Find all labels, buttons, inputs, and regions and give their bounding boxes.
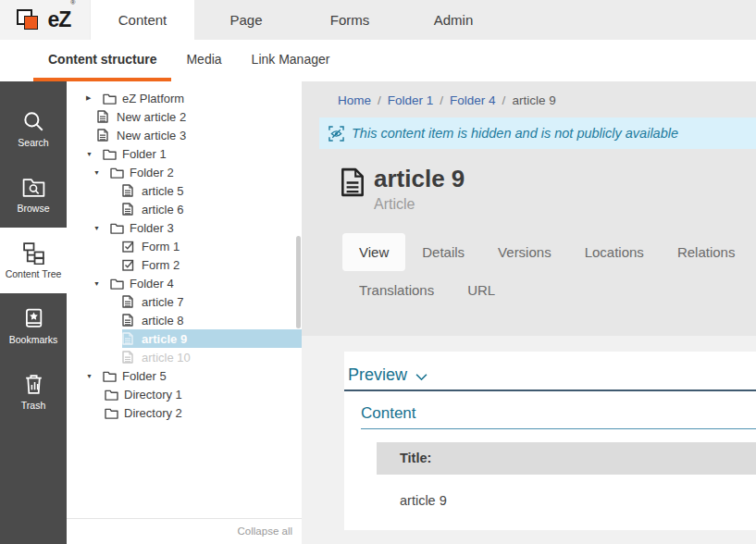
tab-relations[interactable]: Relations <box>661 233 752 271</box>
tree-item-label: New article 3 <box>117 129 186 142</box>
tree-item-label: Directory 1 <box>124 388 182 402</box>
tree-item-ez-platform[interactable]: ▶eZ Platform <box>67 89 302 107</box>
ez-logo-icon <box>15 6 43 34</box>
sidebar-item-search[interactable]: Search <box>0 96 67 162</box>
content-title-row: article 9 Article <box>341 166 756 213</box>
preview-card: Preview Content Title: article 9 <box>344 352 756 530</box>
subnav-tab-content-structure[interactable]: Content structure <box>33 40 171 81</box>
logo-text: eZ® <box>47 7 74 32</box>
content-header-section: Home/Folder 1/Folder 4/article 9 This co… <box>302 81 756 336</box>
field-title: Title: article 9 <box>377 442 756 528</box>
tree-item-folder-3[interactable]: ▼Folder 3 <box>67 218 302 237</box>
sidebar-item-content-tree[interactable]: Content Tree <box>0 228 67 293</box>
subnav-tab-link-manager[interactable]: Link Manager <box>237 40 345 81</box>
field-label: Title: <box>377 442 756 475</box>
tab-translations[interactable]: Translations <box>342 271 451 309</box>
article-icon <box>122 203 136 216</box>
folder-icon <box>103 369 117 382</box>
tree-item-directory-2[interactable]: Directory 2 <box>67 403 302 422</box>
chevron-down-icon <box>415 373 428 381</box>
content-tree: ▶eZ PlatformNew article 2New article 3▼F… <box>67 81 302 422</box>
breadcrumb-separator: / <box>440 93 443 107</box>
tab-view[interactable]: View <box>342 233 405 271</box>
tab-versions[interactable]: Versions <box>481 233 568 271</box>
tree-item-label: article 10 <box>142 351 191 365</box>
tree-item-label: New article 2 <box>117 110 186 124</box>
tree-item-form-2[interactable]: Form 2 <box>67 255 302 274</box>
tree-scrollbar[interactable] <box>296 236 301 328</box>
caret-expanded-icon[interactable]: ▼ <box>86 151 97 157</box>
tree-item-new-article-2[interactable]: New article 2 <box>67 107 302 126</box>
tree-item-directory-1[interactable]: Directory 1 <box>67 385 302 403</box>
tree-item-article-9[interactable]: article 9 <box>67 329 302 348</box>
collapse-all-button[interactable]: Collapse all <box>238 525 292 537</box>
article-icon <box>97 110 111 123</box>
breadcrumb-home[interactable]: Home <box>338 93 371 107</box>
breadcrumb-folder-1[interactable]: Folder 1 <box>388 93 434 107</box>
content-tree-icon <box>21 241 46 265</box>
folder-icon <box>105 388 118 401</box>
preview-toggle[interactable]: Preview <box>344 352 756 391</box>
caret-expanded-icon[interactable]: ▼ <box>93 280 105 287</box>
tab-details[interactable]: Details <box>405 233 481 271</box>
article-icon <box>122 314 136 327</box>
article-icon <box>97 129 111 142</box>
breadcrumb-folder-4[interactable]: Folder 4 <box>450 93 496 107</box>
registered-mark: ® <box>70 0 74 6</box>
folder-icon <box>110 221 124 234</box>
sidebar-item-bookmarks[interactable]: Bookmarks <box>0 293 67 359</box>
tab-url[interactable]: URL <box>451 271 512 309</box>
sidebar-item-label: Trash <box>21 401 45 412</box>
tree-item-label: Folder 3 <box>130 221 174 235</box>
tree-item-article-8[interactable]: article 8 <box>67 311 302 329</box>
breadcrumb: Home/Folder 1/Folder 4/article 9 <box>302 81 756 107</box>
top-tab-page[interactable]: Page <box>194 0 298 40</box>
subnav-tab-media[interactable]: Media <box>171 40 236 81</box>
folder-icon <box>110 277 124 290</box>
tree-item-folder-5[interactable]: ▼Folder 5 <box>67 366 302 385</box>
top-tab-content[interactable]: Content <box>91 0 194 40</box>
tree-item-form-1[interactable]: Form 1 <box>67 237 302 255</box>
tree-item-article-10[interactable]: article 10 <box>67 348 302 366</box>
folder-icon <box>105 406 118 419</box>
content-type-label: Article <box>374 196 465 213</box>
tree-item-folder-1[interactable]: ▼Folder 1 <box>67 144 302 163</box>
sidebar-item-browse[interactable]: Browse <box>0 162 67 228</box>
trash-icon <box>22 373 45 396</box>
top-tab-admin[interactable]: Admin <box>402 0 505 40</box>
tree-item-folder-4[interactable]: ▼Folder 4 <box>67 274 302 292</box>
tree-item-label: article 9 <box>142 332 187 346</box>
ez-logo[interactable]: eZ® <box>0 0 90 40</box>
form-icon <box>122 240 136 253</box>
secondary-nav-items: Content structureMediaLink Manager <box>33 40 344 81</box>
caret-expanded-icon[interactable]: ▼ <box>93 225 105 231</box>
top-nav: ContentPageFormsAdmin <box>91 0 505 40</box>
form-icon <box>122 258 136 271</box>
sidebar-item-label: Bookmarks <box>9 335 58 346</box>
preview-heading: Preview <box>348 365 407 385</box>
tab-locations[interactable]: Locations <box>568 233 661 271</box>
tree-item-new-article-3[interactable]: New article 3 <box>67 126 302 144</box>
page-title: article 9 <box>374 166 465 193</box>
tree-item-article-5[interactable]: article 5 <box>67 181 302 200</box>
top-tab-forms[interactable]: Forms <box>298 0 402 40</box>
caret-expanded-icon[interactable]: ▼ <box>86 373 97 379</box>
sidebar-item-label: Browse <box>17 204 49 215</box>
caret-collapsed-icon[interactable]: ▶ <box>86 94 97 102</box>
tree-item-label: Folder 5 <box>122 369 167 383</box>
sidebar-item-trash[interactable]: Trash <box>0 359 67 425</box>
hidden-content-notice: This content item is hidden and is not p… <box>319 117 756 149</box>
tree-item-article-6[interactable]: article 6 <box>67 200 302 218</box>
tree-item-folder-2[interactable]: ▼Folder 2 <box>67 163 302 181</box>
ez-platform-admin: eZ® ContentPageFormsAdmin Content struct… <box>0 0 756 544</box>
folder-icon <box>103 92 117 105</box>
breadcrumb-article-9: article 9 <box>512 93 555 107</box>
sidebar-item-label: Content Tree <box>6 269 62 280</box>
caret-expanded-icon[interactable]: ▼ <box>93 169 105 176</box>
tree-item-article-7[interactable]: article 7 <box>67 292 302 311</box>
main-content: Home/Folder 1/Folder 4/article 9 This co… <box>302 81 756 544</box>
tree-item-label: article 6 <box>142 203 184 216</box>
hidden-notice-text: This content item is hidden and is not p… <box>352 126 678 141</box>
search-icon <box>21 109 45 133</box>
secondary-nav: Content structureMediaLink Manager <box>0 40 756 81</box>
